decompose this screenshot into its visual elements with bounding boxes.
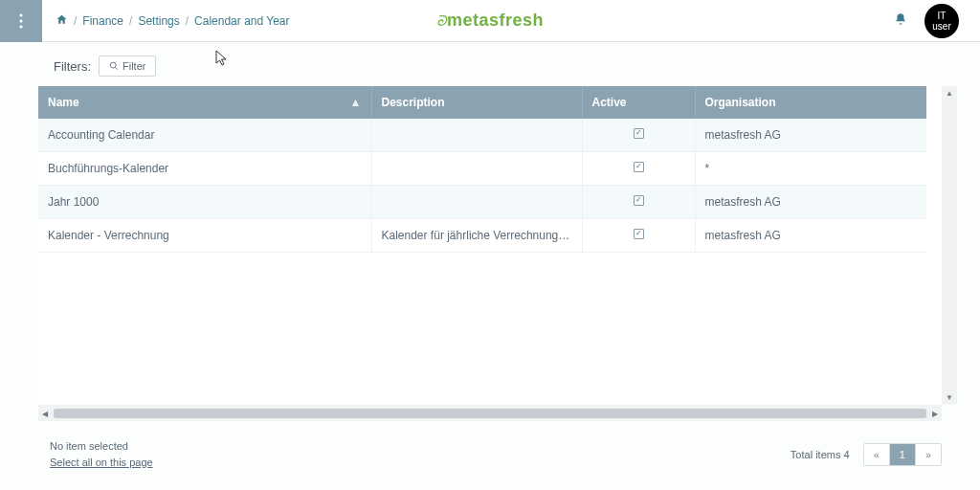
vertical-scrollbar[interactable]: ▲ ▼ <box>942 86 957 404</box>
header-actions: IT user <box>894 4 980 38</box>
select-all-link[interactable]: Select all on this page <box>50 455 153 471</box>
checkbox-checked-icon <box>634 162 644 172</box>
table-row[interactable]: Kalender - VerrechnungKalender für jährl… <box>38 219 926 253</box>
avatar-label: IT user <box>932 11 950 32</box>
cell-active <box>582 186 695 219</box>
cell-name: Buchführungs-Kalender <box>38 152 371 186</box>
checkbox-checked-icon <box>634 128 644 139</box>
sort-asc-icon: ▲ <box>350 96 362 109</box>
cell-description: Kalender für jährliche Verrechnung. enth… <box>371 219 582 253</box>
user-avatar[interactable]: IT user <box>924 4 959 38</box>
cell-organisation: metasfresh AG <box>695 186 926 219</box>
filter-button-label: Filter <box>122 60 145 72</box>
kebab-icon <box>19 13 23 29</box>
column-header-name[interactable]: Name ▲ <box>38 86 371 119</box>
filter-button[interactable]: Filter <box>99 56 156 77</box>
selection-status: No item selected <box>50 438 153 455</box>
checkbox-checked-icon <box>634 229 644 239</box>
filters-bar: Filters: Filter <box>0 42 980 86</box>
table-empty-space <box>38 253 942 406</box>
breadcrumb: / Finance / Settings / Calendar and Year <box>56 13 290 29</box>
cell-description <box>371 152 582 186</box>
cell-organisation: metasfresh AG <box>695 219 926 253</box>
svg-point-0 <box>19 13 22 16</box>
bell-icon <box>894 12 907 26</box>
scroll-left-arrow[interactable]: ◀ <box>38 410 52 418</box>
svg-point-3 <box>110 62 116 68</box>
scroll-right-arrow[interactable]: ▶ <box>928 410 942 418</box>
column-header-organisation[interactable]: Organisation <box>695 86 926 119</box>
breadcrumb-sep: / <box>74 14 77 28</box>
horizontal-scrollbar[interactable]: ◀ ▶ <box>38 406 942 421</box>
filters-label: Filters: <box>54 59 91 74</box>
home-icon[interactable] <box>56 13 68 29</box>
data-grid: Name ▲ Description Active Organisation A… <box>38 86 942 421</box>
svg-point-1 <box>19 19 22 22</box>
cell-name: Jahr 1000 <box>38 186 371 219</box>
cell-active <box>582 119 695 152</box>
column-header-row: Name ▲ Description Active Organisation <box>38 86 926 119</box>
scroll-up-arrow[interactable]: ▲ <box>942 86 957 100</box>
scroll-thumb[interactable] <box>54 409 926 418</box>
checkbox-checked-icon <box>634 195 644 206</box>
mouse-cursor-icon <box>215 50 229 67</box>
breadcrumb-sep: / <box>186 14 189 28</box>
app-header: / Finance / Settings / Calendar and Year… <box>0 0 980 42</box>
logo-swoosh-icon: ᘐ <box>436 12 447 30</box>
cell-organisation: * <box>695 152 926 186</box>
svg-point-2 <box>19 25 22 28</box>
page-prev-button[interactable]: « <box>864 444 890 465</box>
cell-active <box>582 219 695 253</box>
column-header-description[interactable]: Description <box>371 86 582 119</box>
column-header-active[interactable]: Active <box>582 86 695 119</box>
cell-organisation: metasfresh AG <box>695 119 926 152</box>
grid-footer: No item selected Select all on this page… <box>50 438 942 470</box>
page-current[interactable]: 1 <box>890 444 916 465</box>
cell-description <box>371 119 582 152</box>
logo-text: metasfresh <box>447 11 544 31</box>
cell-name: Kalender - Verrechnung <box>38 219 371 253</box>
logo[interactable]: ᘐ metasfresh <box>436 11 544 31</box>
total-items-label: Total items 4 <box>791 449 850 460</box>
cell-name: Accounting Calendar <box>38 119 371 152</box>
breadcrumb-finance[interactable]: Finance <box>82 14 123 28</box>
paginator: « 1 » <box>863 443 942 466</box>
search-icon <box>109 61 119 71</box>
table-row[interactable]: Accounting Calendarmetasfresh AG <box>38 119 926 152</box>
cell-active <box>582 152 695 186</box>
notifications-button[interactable] <box>894 12 907 29</box>
table-row[interactable]: Buchführungs-Kalender* <box>38 152 926 186</box>
svg-line-4 <box>115 67 118 70</box>
main-menu-button[interactable] <box>0 0 42 42</box>
breadcrumb-sep: / <box>129 14 132 28</box>
page-next-button[interactable]: » <box>916 444 941 465</box>
breadcrumb-settings[interactable]: Settings <box>138 14 179 28</box>
scroll-track[interactable] <box>942 100 957 390</box>
table-row[interactable]: Jahr 1000metasfresh AG <box>38 186 926 219</box>
breadcrumb-current[interactable]: Calendar and Year <box>194 14 289 28</box>
cell-description <box>371 186 582 219</box>
scroll-down-arrow[interactable]: ▼ <box>942 390 957 404</box>
